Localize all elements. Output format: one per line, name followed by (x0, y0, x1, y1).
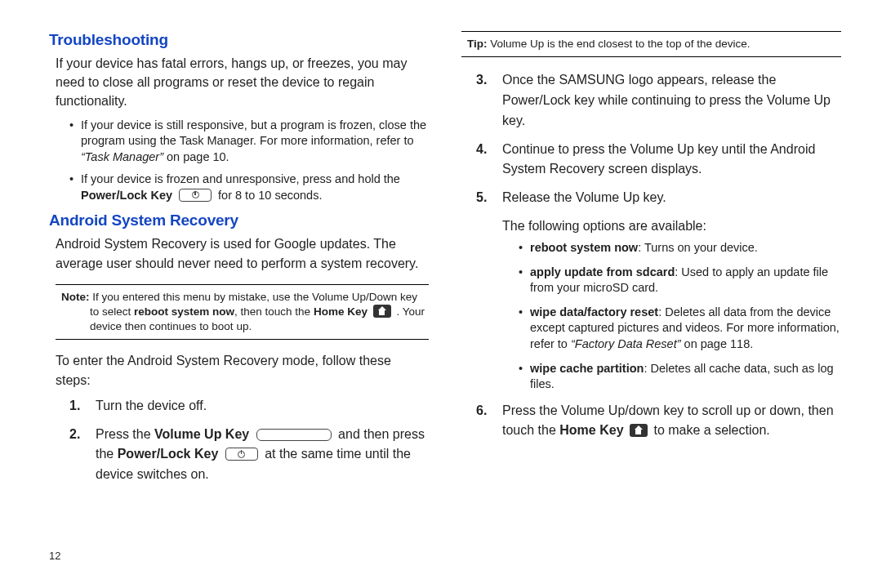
option-label: reboot system now (530, 241, 638, 254)
recovery-steps-intro: To enter the Android System Recovery mod… (56, 351, 429, 389)
power-icon (179, 189, 212, 202)
step-number: 1. (69, 396, 80, 416)
bullet-power-lock: If your device is frozen and unresponsiv… (69, 172, 429, 203)
note-label: Note: (61, 291, 90, 303)
home-icon (373, 305, 391, 318)
option-desc: : Turns on your device. (638, 241, 758, 254)
home-key-label: Home Key (559, 423, 623, 437)
bullet-task-manager: If your device is still responsive, but … (69, 118, 429, 166)
option-reboot: reboot system now: Turns on your device. (519, 240, 841, 256)
tip-box: Tip: Volume Up is the end closest to the… (461, 31, 841, 57)
text: Volume Up is the end closest to the top … (488, 38, 751, 50)
step-number: 5. (476, 188, 487, 208)
right-column: Tip: Volume Up is the end closest to the… (461, 31, 841, 572)
text: to make a selection. (653, 423, 769, 437)
note-text: Note: If you entered this menu by mistak… (90, 290, 427, 335)
manual-page: Troubleshooting If your device has fatal… (0, 0, 882, 588)
tip-label: Tip: (467, 38, 488, 50)
recovery-options: reboot system now: Turns on your device.… (519, 240, 841, 393)
note-box: Note: If you entered this menu by mistak… (56, 284, 429, 341)
text: If your device is frozen and unresponsiv… (81, 172, 400, 185)
volume-key-icon (256, 429, 332, 441)
step-6: 6. Press the Volume Up/down key to scrol… (476, 401, 841, 442)
option-label: apply update from sdcard (530, 265, 675, 278)
step-1: 1. Turn the device off. (69, 396, 429, 416)
step-2: 2. Press the Volume Up Key and then pres… (69, 425, 429, 485)
options-intro: The following options are available: (502, 216, 841, 235)
step-3: 3. Once the SAMSUNG logo appears, releas… (476, 70, 841, 131)
reboot-now-label: reboot system now (134, 305, 234, 318)
step-5: 5. Release the Volume Up key. The follow… (476, 188, 841, 392)
home-icon (630, 424, 648, 437)
ref-factory-reset: “Factory Data Reset” (571, 337, 681, 350)
step-number: 6. (476, 401, 487, 421)
volume-up-label: Volume Up Key (154, 427, 249, 441)
recovery-intro: Android System Recovery is used for Goog… (56, 234, 429, 272)
option-label: wipe cache partition (530, 362, 644, 375)
tip-text: Tip: Volume Up is the end closest to the… (486, 37, 840, 51)
step-text: Release the Volume Up key. (502, 190, 666, 204)
ref-task-manager: “Task Manager” (81, 150, 163, 163)
text: on page 10. (163, 150, 229, 163)
text: If your device is still responsive, but … (81, 118, 426, 148)
step-number: 4. (476, 140, 487, 160)
step-text: Turn the device off. (96, 399, 207, 412)
recovery-steps-right: 3. Once the SAMSUNG logo appears, releas… (476, 70, 841, 441)
troubleshooting-bullets: If your device is still responsive, but … (69, 118, 429, 204)
recovery-steps-left: 1. Turn the device off. 2. Press the Vol… (69, 396, 429, 485)
step-number: 2. (69, 425, 80, 445)
step-text: Continue to press the Volume Up key unti… (502, 142, 815, 176)
text: , then touch the (234, 305, 314, 318)
option-wipe-cache: wipe cache partition: Deletes all cache … (519, 361, 841, 393)
heading-recovery: Android System Recovery (49, 212, 429, 229)
option-factory-reset: wipe data/factory reset: Deletes all dat… (519, 305, 841, 353)
text: Press the (96, 427, 154, 441)
power-icon (225, 448, 258, 461)
step-number: 3. (476, 70, 487, 91)
troubleshooting-intro: If your device has fatal errors, hangs u… (56, 54, 429, 111)
step-text: Once the SAMSUNG logo appears, release t… (502, 73, 831, 127)
heading-troubleshooting: Troubleshooting (49, 31, 429, 49)
left-column: Troubleshooting If your device has fatal… (49, 31, 429, 572)
power-lock-label: Power/Lock Key (81, 189, 172, 202)
option-label: wipe data/factory reset (530, 305, 658, 318)
power-lock-label: Power/Lock Key (118, 447, 219, 461)
text: on page 118. (681, 337, 754, 350)
home-key-label: Home Key (314, 305, 368, 318)
page-number: 12 (49, 550, 60, 562)
step-4: 4. Continue to press the Volume Up key u… (476, 140, 841, 180)
option-apply-update: apply update from sdcard: Used to apply … (519, 265, 841, 296)
text: for 8 to 10 seconds. (218, 189, 322, 202)
